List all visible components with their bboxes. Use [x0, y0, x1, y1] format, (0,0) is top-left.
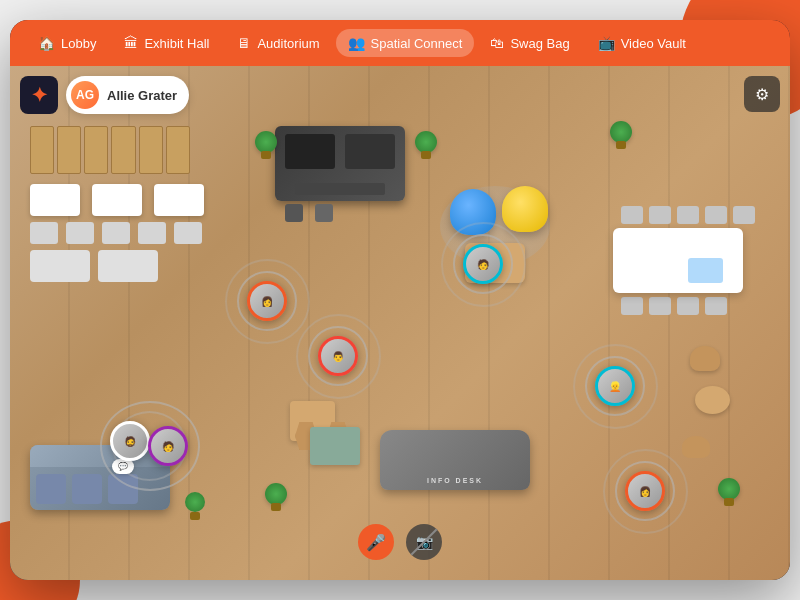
- nav-exhibit-label: Exhibit Hall: [144, 36, 209, 51]
- chair: [30, 222, 58, 244]
- info-desk-counter: INFO DESK: [380, 430, 530, 490]
- plant-decoration: [255, 131, 277, 153]
- user-initials: AG: [76, 88, 94, 102]
- plant-decoration: [610, 121, 632, 143]
- gear-icon: ⚙: [755, 85, 769, 104]
- swag-icon: 🛍: [490, 35, 504, 51]
- avatar-face: 🧔: [124, 436, 136, 447]
- conf-chair: [705, 206, 727, 224]
- main-content: ✦ AG Allie Grater ⚙: [10, 66, 790, 580]
- avatar-face: 👨: [332, 351, 344, 362]
- avatar-bubble: 👱: [595, 366, 635, 406]
- nav-video-label: Video Vault: [621, 36, 686, 51]
- nav-swag-label: Swag Bag: [510, 36, 569, 51]
- stool: [690, 346, 720, 371]
- nav-lobby[interactable]: 🏠 Lobby: [26, 29, 108, 57]
- side-stool2: [682, 436, 710, 458]
- monitor: [345, 134, 395, 169]
- nav-spatial-connect[interactable]: 👥 Spatial Connect: [336, 29, 475, 57]
- locker: [84, 126, 108, 174]
- user-avatar-3[interactable]: 🧑: [463, 244, 503, 284]
- monitor: [285, 134, 335, 169]
- desk-item: [285, 204, 303, 222]
- info-desk: INFO DESK: [380, 430, 530, 500]
- avatar-bubble: 👩: [247, 281, 287, 321]
- desk-item: [315, 204, 333, 222]
- avatar-bubble: 👩: [625, 471, 665, 511]
- exhibit-icon: 🏛: [124, 35, 138, 51]
- avatar-face: 👩: [639, 486, 651, 497]
- chat-bubble: 💬: [112, 459, 134, 474]
- user-avatar-7[interactable]: 👩: [625, 471, 665, 511]
- locker: [166, 126, 190, 174]
- nav-video-vault[interactable]: 📺 Video Vault: [586, 29, 698, 57]
- plant-decoration: [718, 478, 740, 500]
- chair: [174, 222, 202, 244]
- sofa-cushion: [36, 474, 66, 504]
- user-avatar-1[interactable]: 👩: [247, 281, 287, 321]
- conf-chair: [705, 297, 727, 315]
- user-name-label: Allie Grater: [107, 88, 177, 103]
- avatar-bubble: 🧑: [463, 244, 503, 284]
- tables-area: [30, 184, 204, 282]
- avatar-bubble-5[interactable]: 🧔: [110, 421, 150, 461]
- dark-desk: [275, 126, 405, 201]
- stool: [682, 436, 710, 458]
- plant-decoration: [415, 131, 437, 153]
- info-desk-label: INFO DESK: [427, 477, 483, 484]
- locker: [139, 126, 163, 174]
- table-long: [98, 250, 158, 282]
- spatial-icon: 👥: [348, 35, 365, 51]
- bottom-controls: 🎤 📷: [358, 524, 442, 560]
- avatar-face: 👩: [261, 296, 273, 307]
- device-frame: 🏠 Lobby 🏛 Exhibit Hall 🖥 Auditorium 👥 Sp…: [10, 20, 790, 580]
- nav-spatial-label: Spatial Connect: [371, 36, 463, 51]
- sofa-cushion: [72, 474, 102, 504]
- conf-chair: [621, 206, 643, 224]
- conference-table: [613, 228, 743, 293]
- office-floor[interactable]: ✦ AG Allie Grater ⚙: [10, 66, 790, 580]
- small-monitor: [310, 427, 360, 465]
- side-table: [695, 386, 730, 414]
- avatar-face: 🧑: [477, 259, 489, 270]
- plant-decoration: [265, 483, 287, 505]
- locker: [30, 126, 54, 174]
- table: [154, 184, 204, 216]
- user-avatar-2[interactable]: 👨: [318, 336, 358, 376]
- locker-area: [30, 126, 190, 176]
- side-seating: [690, 346, 720, 371]
- chair: [138, 222, 166, 244]
- auditorium-icon: 🖥: [237, 35, 251, 51]
- conf-chair: [677, 206, 699, 224]
- mic-icon: 🎤: [366, 533, 386, 552]
- user-chip[interactable]: AG Allie Grater: [66, 76, 189, 114]
- monitor: [310, 427, 360, 465]
- avatar-face: 👱: [609, 381, 621, 392]
- table: [92, 184, 142, 216]
- conf-chair: [621, 297, 643, 315]
- nav-lobby-label: Lobby: [61, 36, 96, 51]
- table: [30, 184, 80, 216]
- desk-surface: [295, 183, 385, 195]
- cam-button[interactable]: 📷: [406, 524, 442, 560]
- conf-chair: [649, 206, 671, 224]
- app-logo: ✦: [20, 76, 58, 114]
- round-table: [695, 386, 730, 414]
- sofa-plant: [185, 492, 205, 520]
- home-icon: 🏠: [38, 35, 55, 51]
- chair: [102, 222, 130, 244]
- nav-exhibit-hall[interactable]: 🏛 Exhibit Hall: [112, 29, 221, 57]
- table-long: [30, 250, 90, 282]
- top-navigation: 🏠 Lobby 🏛 Exhibit Hall 🖥 Auditorium 👥 Sp…: [10, 20, 790, 66]
- mic-button[interactable]: 🎤: [358, 524, 394, 560]
- avatar: AG: [71, 81, 99, 109]
- conf-chair: [677, 297, 699, 315]
- chair: [66, 222, 94, 244]
- conf-chair: [733, 206, 755, 224]
- avatar-bubble-6[interactable]: 🧑: [148, 426, 188, 466]
- user-avatar-4[interactable]: 👱: [595, 366, 635, 406]
- conf-chair: [649, 297, 671, 315]
- nav-swag-bag[interactable]: 🛍 Swag Bag: [478, 29, 581, 57]
- nav-auditorium[interactable]: 🖥 Auditorium: [225, 29, 331, 57]
- settings-button[interactable]: ⚙: [744, 76, 780, 112]
